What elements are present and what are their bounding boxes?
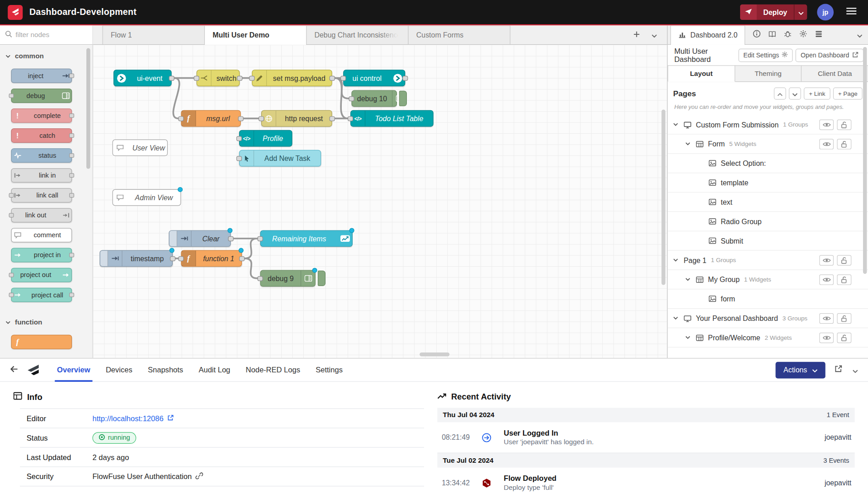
lock-button[interactable]: [837, 313, 851, 323]
palette-node-item[interactable]: f: [11, 335, 72, 349]
palette-node-link-in[interactable]: link in: [11, 168, 72, 183]
flow-node-debug9[interactable]: debug 9: [260, 270, 316, 287]
lock-button[interactable]: [837, 119, 851, 130]
info-tab-button[interactable]: [750, 28, 764, 42]
visibility-button[interactable]: [819, 313, 834, 323]
workspace-tab-multi-user-demo[interactable]: Multi User Demo: [204, 25, 307, 44]
visibility-button[interactable]: [819, 332, 834, 343]
tab-client-data[interactable]: Client Data: [801, 65, 868, 82]
config-tab-button[interactable]: [796, 28, 810, 42]
node-output-port[interactable]: [239, 256, 245, 261]
sidebar-options-button[interactable]: [857, 25, 868, 44]
flowfuse-dark-logo-icon[interactable]: [26, 363, 41, 377]
node-output-port[interactable]: [69, 153, 74, 158]
lock-button[interactable]: [837, 332, 851, 343]
context-tab-button[interactable]: [811, 28, 826, 42]
visibility-button[interactable]: [819, 119, 834, 130]
lock-button[interactable]: [837, 255, 851, 265]
sidebar-scrollbar[interactable]: [863, 47, 867, 274]
edit-settings-button[interactable]: Edit Settings: [738, 48, 793, 61]
node-input-port[interactable]: [9, 273, 14, 277]
add-page-button[interactable]: + Page: [833, 87, 863, 99]
collapse-panel-button[interactable]: [851, 364, 859, 376]
add-link-button[interactable]: + Link: [804, 87, 830, 99]
inject-trigger-button[interactable]: [170, 231, 177, 246]
node-input-port[interactable]: [178, 256, 184, 261]
workspace-tab-custom-forms[interactable]: Custom Forms: [408, 25, 510, 44]
chevron-down-icon[interactable]: [685, 278, 692, 281]
debug-toggle-button[interactable]: [399, 91, 407, 106]
node-output-port[interactable]: [69, 74, 74, 78]
palette-node-project-call[interactable]: project call: [11, 288, 72, 302]
node-input-port[interactable]: [257, 236, 263, 241]
flow-node-add-task[interactable]: Add New Task: [239, 150, 321, 167]
instance-tab-snapshots[interactable]: Snapshots: [140, 358, 191, 381]
palette-category-common[interactable]: common: [0, 45, 92, 63]
tree-row-radio-group[interactable]: Radio Group: [668, 212, 868, 231]
node-output-port[interactable]: [69, 253, 74, 258]
palette-node-inject[interactable]: inject: [11, 69, 72, 83]
flow-node-http[interactable]: http request: [261, 110, 332, 127]
instance-tab-audit-log[interactable]: Audit Log: [191, 358, 238, 381]
back-button[interactable]: [9, 364, 19, 376]
node-input-port[interactable]: [236, 156, 242, 161]
flow-node-user-view[interactable]: User View: [113, 140, 168, 156]
flow-node-set-payload[interactable]: set msg.payload: [252, 70, 332, 86]
node-output-port[interactable]: [238, 116, 244, 121]
wire-function1-remaining[interactable]: [245, 239, 257, 258]
flow-node-ui-control[interactable]: ui control: [343, 70, 405, 86]
flow-node-timestamp[interactable]: timestamp: [99, 250, 173, 267]
palette-node-link-out[interactable]: link out: [11, 208, 72, 222]
node-output-port[interactable]: [170, 256, 175, 261]
chevron-down-icon[interactable]: [673, 258, 680, 262]
instance-tab-settings[interactable]: Settings: [308, 358, 350, 381]
node-input-port[interactable]: [259, 116, 264, 121]
tab-layout[interactable]: Layout: [668, 65, 735, 82]
flow-node-msg-url[interactable]: fmsg.url: [181, 110, 241, 127]
deploy-options-button[interactable]: [794, 5, 807, 20]
open-dashboard-button[interactable]: Open Dashboard: [796, 48, 863, 61]
flow-canvas[interactable]: ui-eventswitchset msg.payloadui controld…: [93, 45, 667, 358]
debug-toggle-button[interactable]: [318, 271, 326, 286]
help-tab-button[interactable]: [765, 28, 779, 42]
open-in-new-button[interactable]: [833, 363, 844, 376]
tree-row-custom-form-submission[interactable]: Custom Form Submission1 Groups: [668, 115, 868, 135]
node-output-port[interactable]: [228, 236, 233, 241]
tree-row-form[interactable]: form: [668, 289, 868, 309]
instance-tab-node-red-logs[interactable]: Node-RED Logs: [238, 358, 308, 381]
flowfuse-logo-icon[interactable]: [8, 5, 23, 19]
tree-row-your-personal-dashboard[interactable]: Your Personal Dashboard3 Groups: [668, 309, 868, 328]
canvas-horizontal-scrollbar[interactable]: [420, 352, 449, 357]
palette-node-complete[interactable]: !complete: [11, 108, 72, 123]
chevron-down-icon[interactable]: [673, 123, 680, 126]
node-output-port[interactable]: [69, 173, 74, 178]
instance-tab-overview[interactable]: Overview: [49, 358, 98, 381]
palette-node-debug[interactable]: debug: [11, 89, 72, 103]
tree-row-page-1[interactable]: Page 11 Groups: [668, 251, 868, 270]
flow-node-switch[interactable]: switch: [197, 70, 240, 86]
flow-list-button[interactable]: [647, 28, 661, 41]
node-input-port[interactable]: [194, 75, 199, 80]
wire-function1-debug9[interactable]: [245, 258, 257, 278]
add-flow-button[interactable]: [629, 28, 644, 41]
node-input-port[interactable]: [340, 75, 346, 80]
lock-button[interactable]: [837, 139, 851, 149]
palette-node-catch[interactable]: !catch: [11, 128, 72, 143]
instance-tab-devices[interactable]: Devices: [98, 358, 140, 381]
tree-row-select-option[interactable]: Select Option:: [668, 154, 868, 173]
visibility-button[interactable]: [819, 139, 834, 149]
node-input-port[interactable]: [257, 276, 263, 281]
node-input-port[interactable]: [9, 213, 14, 217]
palette-node-project-in[interactable]: project in: [11, 248, 72, 263]
flow-node-admin-view[interactable]: Admin View: [113, 189, 181, 206]
tab-dashboard-2[interactable]: Dashboard 2.0: [670, 25, 745, 44]
debug-tab-button[interactable]: [781, 28, 795, 42]
tree-row-submit[interactable]: Submit: [668, 231, 868, 251]
flow-node-remaining[interactable]: Remaining Items: [260, 230, 353, 247]
node-input-port[interactable]: [236, 136, 242, 141]
main-menu-button[interactable]: [843, 4, 860, 21]
node-input-port[interactable]: [9, 293, 14, 297]
workspace-tab-flow-1[interactable]: Flow 1: [103, 25, 205, 44]
tree-row-text[interactable]: text: [668, 193, 868, 212]
node-output-port[interactable]: [330, 75, 335, 80]
